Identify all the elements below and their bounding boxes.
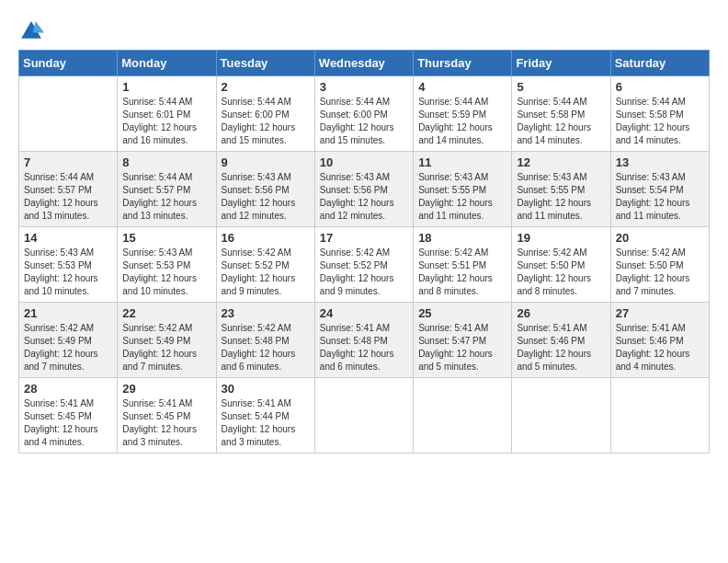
cell-info: Sunrise: 5:41 AM Sunset: 5:46 PM Dayligh…: [517, 322, 605, 373]
day-number: 8: [122, 155, 210, 169]
day-number: 6: [616, 80, 704, 94]
day-number: 11: [418, 155, 506, 169]
header-wednesday: Wednesday: [314, 51, 413, 76]
day-number: 29: [122, 382, 210, 396]
calendar-cell: 7Sunrise: 5:44 AM Sunset: 5:57 PM Daylig…: [19, 152, 118, 227]
calendar-week-5: 28Sunrise: 5:41 AM Sunset: 5:45 PM Dayli…: [19, 378, 710, 454]
calendar-cell: 14Sunrise: 5:43 AM Sunset: 5:53 PM Dayli…: [19, 227, 118, 303]
cell-info: Sunrise: 5:42 AM Sunset: 5:52 PM Dayligh…: [320, 247, 408, 298]
calendar-cell: 8Sunrise: 5:44 AM Sunset: 5:57 PM Daylig…: [118, 152, 216, 227]
cell-info: Sunrise: 5:44 AM Sunset: 5:58 PM Dayligh…: [616, 96, 704, 147]
calendar-week-3: 14Sunrise: 5:43 AM Sunset: 5:53 PM Dayli…: [19, 227, 710, 303]
day-number: 30: [222, 382, 310, 396]
cell-info: Sunrise: 5:44 AM Sunset: 6:01 PM Dayligh…: [122, 96, 210, 147]
calendar-cell: [414, 378, 512, 454]
day-number: 26: [517, 306, 605, 320]
calendar-cell: 5Sunrise: 5:44 AM Sunset: 5:58 PM Daylig…: [512, 76, 610, 152]
day-number: 18: [418, 231, 506, 245]
header-monday: Monday: [118, 51, 216, 76]
cell-info: Sunrise: 5:42 AM Sunset: 5:52 PM Dayligh…: [222, 247, 310, 298]
calendar-cell: 21Sunrise: 5:42 AM Sunset: 5:49 PM Dayli…: [19, 303, 118, 378]
cell-info: Sunrise: 5:44 AM Sunset: 5:57 PM Dayligh…: [24, 171, 112, 223]
header-friday: Friday: [512, 51, 610, 76]
calendar-cell: 6Sunrise: 5:44 AM Sunset: 5:58 PM Daylig…: [610, 76, 709, 152]
cell-info: Sunrise: 5:42 AM Sunset: 5:50 PM Dayligh…: [616, 247, 704, 298]
calendar-cell: 26Sunrise: 5:41 AM Sunset: 5:46 PM Dayli…: [512, 303, 610, 378]
header-thursday: Thursday: [414, 51, 512, 76]
calendar-cell: [512, 378, 610, 454]
calendar-week-2: 7Sunrise: 5:44 AM Sunset: 5:57 PM Daylig…: [19, 152, 710, 227]
day-number: 14: [24, 231, 112, 245]
calendar-week-1: 1Sunrise: 5:44 AM Sunset: 6:01 PM Daylig…: [19, 76, 710, 152]
day-number: 24: [320, 306, 408, 320]
day-number: 20: [616, 231, 704, 245]
calendar: SundayMondayTuesdayWednesdayThursdayFrid…: [18, 50, 710, 454]
calendar-cell: 16Sunrise: 5:42 AM Sunset: 5:52 PM Dayli…: [216, 227, 314, 303]
cell-info: Sunrise: 5:43 AM Sunset: 5:55 PM Dayligh…: [517, 171, 605, 223]
calendar-cell: 20Sunrise: 5:42 AM Sunset: 5:50 PM Dayli…: [610, 227, 709, 303]
cell-info: Sunrise: 5:44 AM Sunset: 5:58 PM Dayligh…: [517, 96, 605, 147]
day-number: 7: [24, 155, 112, 169]
cell-info: Sunrise: 5:41 AM Sunset: 5:47 PM Dayligh…: [418, 322, 506, 373]
calendar-cell: 1Sunrise: 5:44 AM Sunset: 6:01 PM Daylig…: [118, 76, 216, 152]
calendar-cell: 9Sunrise: 5:43 AM Sunset: 5:56 PM Daylig…: [216, 152, 314, 227]
cell-info: Sunrise: 5:43 AM Sunset: 5:53 PM Dayligh…: [122, 247, 210, 298]
cell-info: Sunrise: 5:41 AM Sunset: 5:46 PM Dayligh…: [616, 322, 704, 373]
calendar-cell: 23Sunrise: 5:42 AM Sunset: 5:48 PM Dayli…: [216, 303, 314, 378]
calendar-cell: 12Sunrise: 5:43 AM Sunset: 5:55 PM Dayli…: [512, 152, 610, 227]
calendar-header-row: SundayMondayTuesdayWednesdayThursdayFrid…: [19, 51, 710, 76]
day-number: 25: [418, 306, 506, 320]
day-number: 10: [320, 155, 408, 169]
day-number: 12: [517, 155, 605, 169]
calendar-cell: 27Sunrise: 5:41 AM Sunset: 5:46 PM Dayli…: [610, 303, 709, 378]
cell-info: Sunrise: 5:42 AM Sunset: 5:48 PM Dayligh…: [222, 322, 310, 373]
calendar-week-4: 21Sunrise: 5:42 AM Sunset: 5:49 PM Dayli…: [19, 303, 710, 378]
calendar-cell: 3Sunrise: 5:44 AM Sunset: 6:00 PM Daylig…: [314, 76, 413, 152]
logo-icon: [18, 18, 44, 44]
calendar-cell: 24Sunrise: 5:41 AM Sunset: 5:48 PM Dayli…: [314, 303, 413, 378]
header-saturday: Saturday: [610, 51, 709, 76]
cell-info: Sunrise: 5:41 AM Sunset: 5:44 PM Dayligh…: [222, 397, 310, 449]
calendar-cell: 10Sunrise: 5:43 AM Sunset: 5:56 PM Dayli…: [314, 152, 413, 227]
calendar-cell: 25Sunrise: 5:41 AM Sunset: 5:47 PM Dayli…: [414, 303, 512, 378]
cell-info: Sunrise: 5:43 AM Sunset: 5:56 PM Dayligh…: [320, 171, 408, 223]
day-number: 15: [122, 231, 210, 245]
cell-info: Sunrise: 5:42 AM Sunset: 5:51 PM Dayligh…: [418, 247, 506, 298]
day-number: 4: [418, 80, 506, 94]
day-number: 5: [517, 80, 605, 94]
day-number: 16: [222, 231, 310, 245]
cell-info: Sunrise: 5:44 AM Sunset: 5:59 PM Dayligh…: [418, 96, 506, 147]
calendar-cell: 13Sunrise: 5:43 AM Sunset: 5:54 PM Dayli…: [610, 152, 709, 227]
cell-info: Sunrise: 5:44 AM Sunset: 5:57 PM Dayligh…: [122, 171, 210, 223]
calendar-cell: [610, 378, 709, 454]
calendar-cell: 22Sunrise: 5:42 AM Sunset: 5:49 PM Dayli…: [118, 303, 216, 378]
cell-info: Sunrise: 5:42 AM Sunset: 5:49 PM Dayligh…: [122, 322, 210, 373]
cell-info: Sunrise: 5:43 AM Sunset: 5:54 PM Dayligh…: [616, 171, 704, 223]
day-number: 27: [616, 306, 704, 320]
cell-info: Sunrise: 5:43 AM Sunset: 5:55 PM Dayligh…: [418, 171, 506, 223]
day-number: 2: [222, 80, 310, 94]
calendar-cell: 28Sunrise: 5:41 AM Sunset: 5:45 PM Dayli…: [19, 378, 118, 454]
calendar-cell: 4Sunrise: 5:44 AM Sunset: 5:59 PM Daylig…: [414, 76, 512, 152]
day-number: 21: [24, 306, 112, 320]
day-number: 22: [122, 306, 210, 320]
cell-info: Sunrise: 5:42 AM Sunset: 5:50 PM Dayligh…: [517, 247, 605, 298]
calendar-cell: 18Sunrise: 5:42 AM Sunset: 5:51 PM Dayli…: [414, 227, 512, 303]
svg-marker-1: [33, 21, 44, 32]
calendar-cell: 2Sunrise: 5:44 AM Sunset: 6:00 PM Daylig…: [216, 76, 314, 152]
day-number: 13: [616, 155, 704, 169]
cell-info: Sunrise: 5:44 AM Sunset: 6:00 PM Dayligh…: [222, 96, 310, 147]
header-tuesday: Tuesday: [216, 51, 314, 76]
day-number: 28: [24, 382, 112, 396]
calendar-cell: 11Sunrise: 5:43 AM Sunset: 5:55 PM Dayli…: [414, 152, 512, 227]
calendar-cell: 30Sunrise: 5:41 AM Sunset: 5:44 PM Dayli…: [216, 378, 314, 454]
cell-info: Sunrise: 5:41 AM Sunset: 5:45 PM Dayligh…: [24, 397, 112, 449]
cell-info: Sunrise: 5:43 AM Sunset: 5:56 PM Dayligh…: [222, 171, 310, 223]
calendar-cell: 17Sunrise: 5:42 AM Sunset: 5:52 PM Dayli…: [314, 227, 413, 303]
logo: [18, 18, 48, 44]
calendar-cell: 29Sunrise: 5:41 AM Sunset: 5:45 PM Dayli…: [118, 378, 216, 454]
cell-info: Sunrise: 5:41 AM Sunset: 5:45 PM Dayligh…: [122, 397, 210, 449]
calendar-cell: [19, 76, 118, 152]
day-number: 23: [222, 306, 310, 320]
cell-info: Sunrise: 5:42 AM Sunset: 5:49 PM Dayligh…: [24, 322, 112, 373]
